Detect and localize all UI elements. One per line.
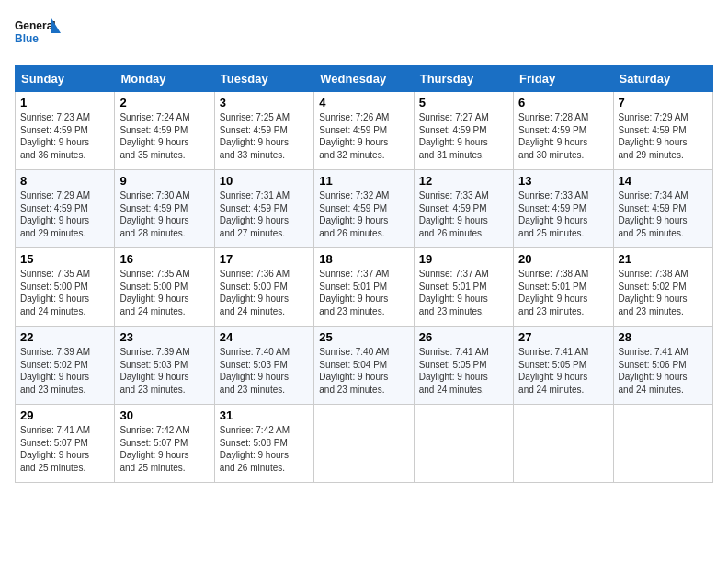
day-info: Sunrise: 7:23 AM Sunset: 4:59 PM Dayligh… [20, 111, 109, 161]
day-number: 26 [419, 330, 508, 344]
day-info: Sunrise: 7:36 AM Sunset: 5:00 PM Dayligh… [220, 268, 309, 317]
day-info: Sunrise: 7:33 AM Sunset: 4:59 PM Dayligh… [518, 190, 608, 239]
day-info: Sunrise: 7:26 AM Sunset: 4:59 PM Dayligh… [319, 111, 408, 161]
day-number: 22 [20, 330, 109, 344]
calendar-cell: 5Sunrise: 7:27 AM Sunset: 4:59 PM Daylig… [414, 92, 513, 170]
day-number: 20 [518, 252, 608, 266]
day-number: 24 [220, 330, 309, 344]
day-number: 17 [220, 252, 309, 266]
day-number: 29 [20, 408, 109, 422]
day-header-saturday: Saturday [613, 66, 712, 92]
calendar-cell [514, 405, 613, 483]
calendar-cell: 30Sunrise: 7:42 AM Sunset: 5:07 PM Dayli… [115, 405, 214, 483]
day-number: 1 [20, 96, 109, 109]
calendar-cell: 6Sunrise: 7:28 AM Sunset: 4:59 PM Daylig… [514, 92, 613, 170]
day-header-friday: Friday [514, 66, 613, 92]
day-info: Sunrise: 7:31 AM Sunset: 4:59 PM Dayligh… [220, 190, 309, 239]
calendar-week-3: 15Sunrise: 7:35 AM Sunset: 5:00 PM Dayli… [16, 248, 713, 327]
day-number: 19 [419, 252, 508, 266]
day-info: Sunrise: 7:39 AM Sunset: 5:02 PM Dayligh… [20, 346, 109, 396]
day-info: Sunrise: 7:29 AM Sunset: 4:59 PM Dayligh… [619, 111, 708, 161]
calendar-cell: 13Sunrise: 7:33 AM Sunset: 4:59 PM Dayli… [514, 170, 613, 248]
day-number: 10 [220, 174, 309, 188]
calendar-cell: 16Sunrise: 7:35 AM Sunset: 5:00 PM Dayli… [115, 248, 214, 327]
day-info: Sunrise: 7:42 AM Sunset: 5:07 PM Dayligh… [119, 424, 209, 474]
calendar-cell [414, 405, 513, 483]
day-info: Sunrise: 7:38 AM Sunset: 5:01 PM Dayligh… [518, 268, 608, 317]
day-number: 21 [619, 252, 708, 266]
header: General Blue [15, 15, 713, 56]
calendar-cell: 19Sunrise: 7:37 AM Sunset: 5:01 PM Dayli… [414, 248, 513, 327]
logo-svg: General Blue [15, 15, 61, 56]
day-number: 8 [20, 174, 109, 188]
day-info: Sunrise: 7:41 AM Sunset: 5:06 PM Dayligh… [619, 346, 708, 396]
calendar-cell: 14Sunrise: 7:34 AM Sunset: 4:59 PM Dayli… [613, 170, 712, 248]
calendar-week-1: 1Sunrise: 7:23 AM Sunset: 4:59 PM Daylig… [16, 92, 713, 170]
day-info: Sunrise: 7:40 AM Sunset: 5:03 PM Dayligh… [220, 346, 309, 396]
day-number: 2 [119, 96, 209, 109]
day-info: Sunrise: 7:34 AM Sunset: 4:59 PM Dayligh… [619, 190, 708, 239]
calendar-cell: 25Sunrise: 7:40 AM Sunset: 5:04 PM Dayli… [314, 327, 414, 405]
day-info: Sunrise: 7:40 AM Sunset: 5:04 PM Dayligh… [319, 346, 408, 396]
calendar-cell: 1Sunrise: 7:23 AM Sunset: 4:59 PM Daylig… [16, 92, 115, 170]
day-number: 27 [518, 330, 608, 344]
day-info: Sunrise: 7:24 AM Sunset: 4:59 PM Dayligh… [119, 111, 209, 161]
day-info: Sunrise: 7:28 AM Sunset: 4:59 PM Dayligh… [518, 111, 608, 161]
day-header-tuesday: Tuesday [214, 66, 313, 92]
day-info: Sunrise: 7:41 AM Sunset: 5:05 PM Dayligh… [518, 346, 608, 396]
day-info: Sunrise: 7:37 AM Sunset: 5:01 PM Dayligh… [319, 268, 408, 317]
day-info: Sunrise: 7:29 AM Sunset: 4:59 PM Dayligh… [20, 190, 109, 239]
calendar-cell: 31Sunrise: 7:42 AM Sunset: 5:08 PM Dayli… [214, 405, 313, 483]
day-info: Sunrise: 7:41 AM Sunset: 5:05 PM Dayligh… [419, 346, 508, 396]
calendar-cell: 24Sunrise: 7:40 AM Sunset: 5:03 PM Dayli… [214, 327, 313, 405]
calendar-cell: 21Sunrise: 7:38 AM Sunset: 5:02 PM Dayli… [613, 248, 712, 327]
day-number: 16 [119, 252, 209, 266]
calendar-cell: 20Sunrise: 7:38 AM Sunset: 5:01 PM Dayli… [514, 248, 613, 327]
day-number: 6 [518, 96, 608, 109]
day-info: Sunrise: 7:25 AM Sunset: 4:59 PM Dayligh… [220, 111, 309, 161]
calendar-week-2: 8Sunrise: 7:29 AM Sunset: 4:59 PM Daylig… [16, 170, 713, 248]
calendar-cell: 15Sunrise: 7:35 AM Sunset: 5:00 PM Dayli… [16, 248, 115, 327]
day-info: Sunrise: 7:33 AM Sunset: 4:59 PM Dayligh… [419, 190, 508, 239]
day-header-monday: Monday [115, 66, 214, 92]
day-info: Sunrise: 7:42 AM Sunset: 5:08 PM Dayligh… [220, 424, 309, 474]
calendar-cell: 3Sunrise: 7:25 AM Sunset: 4:59 PM Daylig… [214, 92, 313, 170]
day-number: 7 [619, 96, 708, 109]
day-info: Sunrise: 7:35 AM Sunset: 5:00 PM Dayligh… [20, 268, 109, 317]
day-number: 11 [319, 174, 408, 188]
calendar-cell: 28Sunrise: 7:41 AM Sunset: 5:06 PM Dayli… [613, 327, 712, 405]
calendar-cell: 8Sunrise: 7:29 AM Sunset: 4:59 PM Daylig… [16, 170, 115, 248]
day-number: 23 [119, 330, 209, 344]
calendar-cell: 18Sunrise: 7:37 AM Sunset: 5:01 PM Dayli… [314, 248, 414, 327]
day-number: 30 [119, 408, 209, 422]
calendar-header: SundayMondayTuesdayWednesdayThursdayFrid… [16, 66, 713, 92]
calendar-cell: 22Sunrise: 7:39 AM Sunset: 5:02 PM Dayli… [16, 327, 115, 405]
day-number: 4 [319, 96, 408, 109]
day-info: Sunrise: 7:35 AM Sunset: 5:00 PM Dayligh… [119, 268, 209, 317]
day-number: 3 [220, 96, 309, 109]
day-info: Sunrise: 7:30 AM Sunset: 4:59 PM Dayligh… [119, 190, 209, 239]
day-number: 12 [419, 174, 508, 188]
calendar-cell: 29Sunrise: 7:41 AM Sunset: 5:07 PM Dayli… [16, 405, 115, 483]
calendar-week-4: 22Sunrise: 7:39 AM Sunset: 5:02 PM Dayli… [16, 327, 713, 405]
calendar-cell: 17Sunrise: 7:36 AM Sunset: 5:00 PM Dayli… [214, 248, 313, 327]
day-number: 5 [419, 96, 508, 109]
svg-text:Blue: Blue [15, 32, 39, 45]
day-number: 25 [319, 330, 408, 344]
day-number: 13 [518, 174, 608, 188]
calendar-cell: 26Sunrise: 7:41 AM Sunset: 5:05 PM Dayli… [414, 327, 513, 405]
day-number: 9 [119, 174, 209, 188]
calendar-cell [314, 405, 414, 483]
day-header-thursday: Thursday [414, 66, 513, 92]
calendar-table: SundayMondayTuesdayWednesdayThursdayFrid… [15, 65, 713, 483]
calendar-cell [613, 405, 712, 483]
day-number: 28 [619, 330, 708, 344]
day-info: Sunrise: 7:37 AM Sunset: 5:01 PM Dayligh… [419, 268, 508, 317]
calendar-cell: 10Sunrise: 7:31 AM Sunset: 4:59 PM Dayli… [214, 170, 313, 248]
calendar-cell: 2Sunrise: 7:24 AM Sunset: 4:59 PM Daylig… [115, 92, 214, 170]
day-info: Sunrise: 7:38 AM Sunset: 5:02 PM Dayligh… [619, 268, 708, 317]
day-number: 14 [619, 174, 708, 188]
day-number: 31 [220, 408, 309, 422]
calendar-cell: 23Sunrise: 7:39 AM Sunset: 5:03 PM Dayli… [115, 327, 214, 405]
calendar-week-5: 29Sunrise: 7:41 AM Sunset: 5:07 PM Dayli… [16, 405, 713, 483]
